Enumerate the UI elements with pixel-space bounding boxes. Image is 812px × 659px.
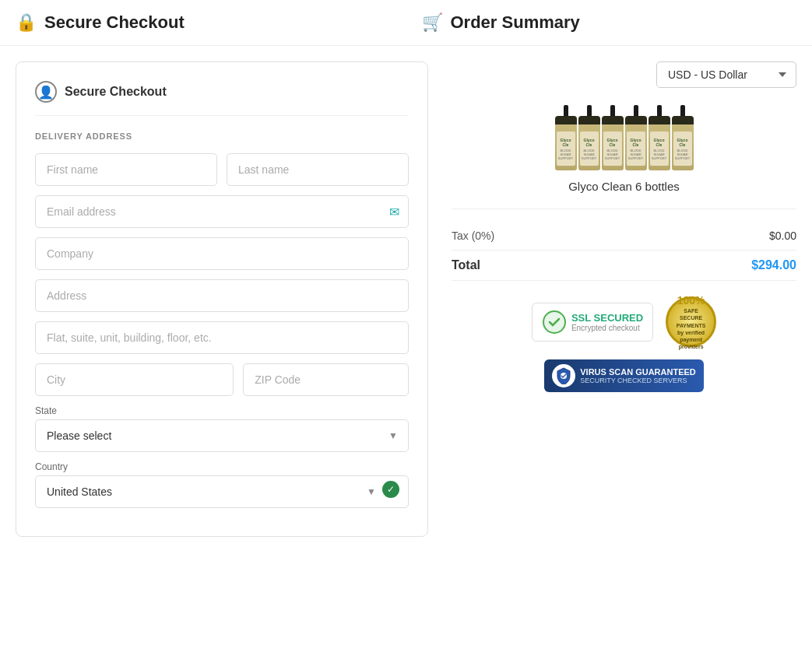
product-image-area: Glyco Cle BLOOD SUGAR SUPPORT Glyco Cle …: [452, 100, 796, 209]
secure-payments-sub: by verified payment providers: [673, 329, 709, 350]
safe-label: SAFE: [684, 307, 698, 314]
product-name: Glyco Clean 6 bottles: [568, 180, 680, 193]
product-bottles: Glyco Cle BLOOD SUGAR SUPPORT Glyco Cle …: [555, 116, 694, 170]
bottle-6: Glyco Cle BLOOD SUGAR SUPPORT: [672, 116, 694, 170]
bottle-4: Glyco Cle BLOOD SUGAR SUPPORT: [625, 116, 647, 170]
ssl-checkmark-icon: [542, 310, 567, 335]
page-header: 🔒 Secure Checkout 🛒 Order Summary: [0, 0, 812, 46]
bottle-3: Glyco Cle BLOOD SUGAR SUPPORT: [602, 116, 624, 170]
header-secure-checkout-title: Secure Checkout: [44, 12, 185, 33]
email-icon: ✉: [389, 205, 399, 219]
zip-group: [243, 363, 409, 396]
tax-value: $0.00: [769, 230, 796, 242]
email-wrapper: ✉: [35, 195, 409, 228]
right-panel: USD - US Dollar EUR - Euro GBP - British…: [452, 61, 796, 398]
checkout-card-title: Secure Checkout: [65, 85, 167, 99]
person-icon: 👤: [35, 81, 57, 103]
lock-icon: 🔒: [16, 12, 37, 33]
safe-percent: 100%: [677, 293, 705, 307]
ssl-badge: SSL SECURED Encrypted checkout: [532, 303, 653, 342]
email-input[interactable]: [35, 195, 409, 228]
left-panel: 👤 Secure Checkout DELIVERY ADDRESS ✉: [16, 61, 428, 537]
country-wrapper: Country United States ▼ ✓: [35, 461, 409, 508]
country-label: Country: [35, 461, 409, 472]
city-input[interactable]: [35, 363, 234, 396]
name-row: [35, 153, 409, 186]
state-label: State: [35, 405, 409, 416]
total-value: $294.00: [751, 258, 796, 272]
state-select[interactable]: Please select: [35, 419, 409, 452]
currency-select-wrapper: USD - US Dollar EUR - Euro GBP - British…: [452, 61, 796, 88]
bottle-2: Glyco Cle BLOOD SUGAR SUPPORT: [578, 116, 600, 170]
bottle-5: Glyco Cle BLOOD SUGAR SUPPORT: [649, 116, 670, 170]
address-row: [35, 279, 409, 312]
company-row: [35, 237, 409, 270]
header-right: 🛒 Order Summary: [391, 12, 797, 33]
cart-icon: 🛒: [422, 12, 443, 33]
ssl-sub-text: Encrypted checkout: [571, 324, 643, 332]
city-group: [35, 363, 234, 396]
last-name-input[interactable]: [227, 153, 409, 186]
tax-line: Tax (0%) $0.00: [452, 222, 796, 251]
ssl-text: SSL SECURED Encrypted checkout: [571, 312, 643, 332]
address-input[interactable]: [35, 279, 409, 312]
trust-badges: SSL SECURED Encrypted checkout 100% SAFE…: [452, 281, 796, 398]
currency-select[interactable]: USD - US Dollar EUR - Euro GBP - British…: [656, 61, 796, 88]
ssl-main-text: SSL SECURED: [571, 312, 643, 324]
header-left: 🔒 Secure Checkout: [16, 12, 391, 33]
checkout-card: 👤 Secure Checkout DELIVERY ADDRESS ✉: [16, 61, 428, 537]
last-name-group: [227, 153, 409, 186]
checkout-card-header: 👤 Secure Checkout: [35, 81, 409, 116]
country-select[interactable]: United States: [35, 475, 409, 508]
state-wrapper: State Please select ▼: [35, 405, 409, 452]
safe-badge: 100% SAFE SECURE PAYMENTS by verified pa…: [666, 296, 716, 347]
company-input[interactable]: [35, 237, 409, 270]
bottle-1: Glyco Cle BLOOD SUGAR SUPPORT: [555, 116, 577, 170]
secure-payments-text: SECURE PAYMENTS: [673, 314, 709, 328]
header-order-summary-title: Order Summary: [451, 12, 580, 33]
company-group: [35, 237, 409, 270]
flat-row: [35, 321, 409, 354]
flat-input[interactable]: [35, 321, 409, 354]
virus-text: VIRUS SCAN GUARANTEED SECURITY CHECKED S…: [580, 367, 696, 384]
virus-shield-icon: [552, 364, 575, 387]
flat-group: [35, 321, 409, 354]
virus-sub-text: SECURITY CHECKED SERVERS: [580, 377, 696, 384]
first-name-input[interactable]: [35, 153, 217, 186]
city-zip-row: [35, 363, 409, 396]
virus-badge: VIRUS SCAN GUARANTEED SECURITY CHECKED S…: [544, 359, 704, 392]
main-layout: 👤 Secure Checkout DELIVERY ADDRESS ✉: [0, 46, 812, 552]
tax-label: Tax (0%): [452, 230, 494, 242]
total-label: Total: [452, 258, 480, 272]
svg-point-0: [543, 311, 565, 333]
first-name-group: [35, 153, 217, 186]
virus-main-text: VIRUS SCAN GUARANTEED: [580, 367, 696, 377]
zip-input[interactable]: [243, 363, 409, 396]
address-group: [35, 279, 409, 312]
delivery-address-label: DELIVERY ADDRESS: [35, 131, 409, 141]
total-line: Total $294.00: [452, 251, 796, 281]
